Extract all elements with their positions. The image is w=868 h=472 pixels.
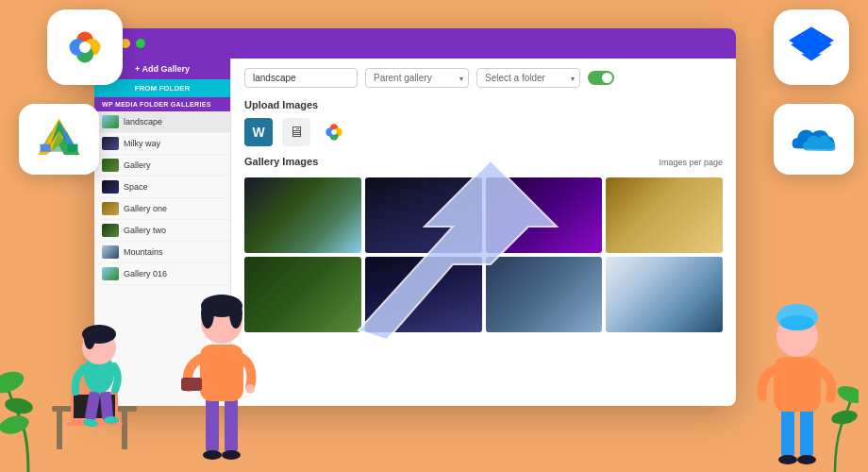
gallery-thumb-8[interactable] [606,257,723,332]
svg-rect-59 [800,406,813,458]
character-seated [47,283,151,472]
sidebar-item-label: Gallery [124,160,151,170]
from-folder-button[interactable]: FROM FOLDER [94,79,230,97]
svg-point-49 [203,450,222,460]
sidebar-thumb [102,180,119,194]
svg-point-56 [201,298,214,329]
parent-gallery-select[interactable]: Parent gallery [365,68,469,88]
svg-point-65 [780,315,814,330]
sidebar-section-title: WP MEDIA FOLDER GALLERIES [94,97,230,111]
character-standing-right [755,283,840,472]
gallery-thumb-4[interactable] [606,177,723,253]
svg-point-42 [84,327,95,349]
svg-point-57 [229,298,242,329]
svg-marker-14 [67,144,77,152]
sidebar-item-label: Mountains [124,247,163,257]
sidebar-item-gallery[interactable]: Gallery [94,155,230,177]
parent-gallery-select-wrap: Parent gallery [365,68,469,88]
sidebar-item-label: Gallery one [124,204,167,213]
svg-marker-13 [41,144,51,152]
google-drive-badge [19,104,99,175]
monitor-upload-icon[interactable]: 🖥 [282,118,310,146]
svg-rect-48 [225,396,238,453]
sidebar-thumb [102,245,119,259]
character-standing-left [179,255,264,472]
svg-rect-52 [181,378,202,391]
maximize-dot[interactable] [136,39,145,48]
sidebar-item-landscape[interactable]: landscape [94,111,230,133]
sidebar-thumb [102,267,119,280]
main-content: Parent gallery Select a folder Upload Im… [231,59,736,406]
gallery-thumb-6[interactable] [365,257,482,332]
sidebar-thumb [102,202,119,215]
gallery-thumb-2[interactable] [365,177,482,253]
svg-rect-34 [57,412,62,449]
sidebar-thumb [102,137,119,150]
svg-point-31 [331,129,337,135]
gallery-thumb-3[interactable] [486,177,603,253]
browser-titlebar [94,28,736,59]
svg-rect-62 [774,357,821,412]
svg-rect-47 [206,396,219,453]
sidebar-item-label: Gallery two [124,226,166,235]
sidebar-item-label: Space [124,182,148,192]
sidebar-item-gallery-one[interactable]: Gallery one [94,198,230,220]
upload-section-label: Upload Images [244,99,723,110]
svg-point-46 [104,416,119,424]
gallery-images-label: Gallery Images [244,156,318,167]
sidebar-thumb [102,115,119,128]
gallery-grid [244,177,723,332]
svg-rect-51 [200,345,243,401]
gallery-thumb-7[interactable] [486,257,603,332]
sidebar-thumb [102,159,119,172]
svg-rect-35 [122,412,127,449]
sidebar-item-label: landscape [124,117,162,126]
sidebar-item-space[interactable]: Space [94,177,230,198]
svg-point-60 [778,455,797,464]
sidebar-item-label: Milky way [124,139,160,148]
svg-point-67 [4,396,34,416]
google-photos-badge [47,9,123,85]
gphotos-upload-icon[interactable] [320,118,348,146]
toggle-switch[interactable] [588,71,614,85]
toolbar-row: Parent gallery Select a folder [244,68,723,88]
wordpress-upload-icon[interactable]: W [244,118,273,146]
upload-icons: W 🖥 [244,118,723,146]
onedrive-badge [774,104,854,175]
gallery-name-input[interactable] [244,68,358,88]
svg-rect-58 [781,406,794,458]
dropbox-badge [774,9,849,85]
gallery-thumb-1[interactable] [244,177,361,253]
sidebar-thumb [102,224,119,237]
sidebar-item-milkyway[interactable]: Milky way [94,133,230,155]
images-per-page-label: Images per page [659,158,723,167]
folder-select-wrap: Select a folder [476,68,580,88]
svg-point-61 [797,455,816,464]
svg-point-53 [245,384,255,394]
svg-point-50 [222,450,241,460]
svg-point-4 [79,42,91,53]
sidebar-item-gallery-two[interactable]: Gallery two [94,220,230,242]
svg-marker-26 [801,54,822,60]
svg-point-66 [0,367,26,396]
folder-select[interactable]: Select a folder [476,68,580,88]
sidebar-item-label: Gallery 016 [124,269,167,278]
